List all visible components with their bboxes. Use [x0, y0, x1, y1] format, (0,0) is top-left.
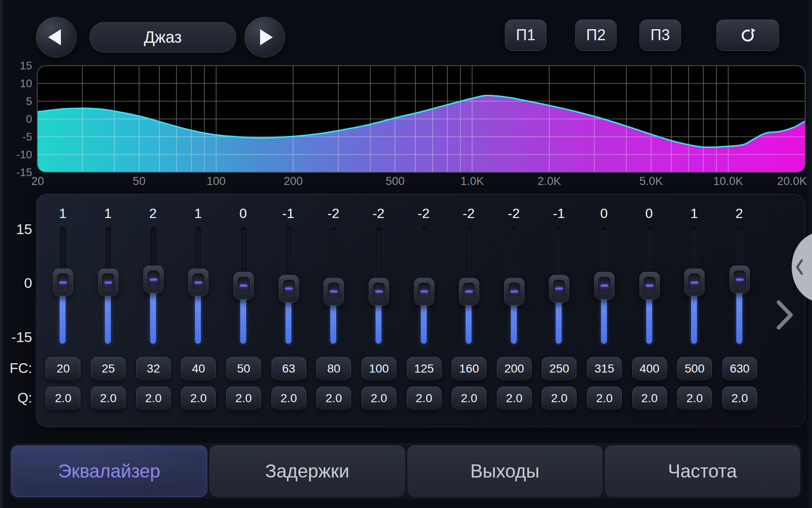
band-fc-button[interactable]: 25: [91, 357, 126, 381]
x-axis-tick-label: 5.0K: [639, 175, 663, 188]
band-slider-thumb[interactable]: [279, 275, 299, 303]
band-q-button[interactable]: 2.0: [316, 387, 351, 410]
band-fc-button[interactable]: 200: [497, 357, 532, 381]
next-bands-button[interactable]: [774, 299, 795, 331]
tab-delays[interactable]: Задержки: [209, 445, 405, 497]
slider-thumb-inner: [553, 280, 565, 298]
band-fc-button[interactable]: 160: [452, 357, 486, 381]
band-fc-button[interactable]: 315: [587, 357, 622, 381]
band-slider-thumb[interactable]: [233, 272, 254, 300]
band-gain-value: 2: [135, 206, 171, 221]
band-q-button[interactable]: 2.0: [722, 387, 757, 410]
band-gain-value: 0: [586, 206, 622, 221]
band-fc-button[interactable]: 500: [677, 357, 712, 381]
band-fc-button[interactable]: 125: [407, 357, 442, 381]
band-fc-button[interactable]: 20: [46, 357, 80, 381]
band-slider-thumb[interactable]: [504, 278, 524, 306]
band-q-button[interactable]: 2.0: [452, 387, 486, 410]
fc-row-label: FC:: [0, 360, 32, 376]
tab-frequency[interactable]: Частота: [605, 445, 800, 497]
tab-outputs-label: Выходы: [470, 461, 539, 482]
slider-thumb-inner: [598, 277, 610, 295]
band-q-button[interactable]: 2.0: [91, 387, 126, 410]
band-slider-thumb[interactable]: [98, 268, 118, 296]
memory-button-p3[interactable]: П3: [639, 19, 681, 51]
memory-button-p2[interactable]: П2: [575, 19, 617, 51]
preset-prev-button[interactable]: [36, 17, 77, 58]
band-slider-thumb[interactable]: [594, 272, 614, 300]
preset-next-button[interactable]: [244, 17, 285, 58]
band-fc-button[interactable]: 100: [362, 357, 396, 381]
band-gain-value: 0: [225, 206, 261, 221]
band-q-button[interactable]: 2.0: [677, 387, 712, 410]
band-fc-button[interactable]: 50: [226, 357, 261, 381]
tab-equalizer-label: Эквалайзер: [58, 461, 160, 482]
band-slider-thumb[interactable]: [549, 275, 569, 303]
band-slider-thumb[interactable]: [188, 268, 208, 296]
band-gain-value: -1: [541, 206, 576, 221]
band-q-button[interactable]: 2.0: [407, 387, 442, 410]
left-triangle-icon: [48, 29, 61, 45]
slider-thumb-dash: [195, 282, 202, 284]
band-slider-thumb[interactable]: [53, 268, 73, 296]
band-q-button[interactable]: 2.0: [226, 387, 261, 410]
band-q-button[interactable]: 2.0: [362, 387, 396, 410]
band-gain-value: 1: [180, 206, 216, 221]
band-q-button[interactable]: 2.0: [542, 387, 576, 410]
band-q-button[interactable]: 2.0: [272, 387, 306, 410]
band-fc-button[interactable]: 400: [632, 357, 667, 381]
band-q-button[interactable]: 2.0: [46, 387, 80, 410]
slider-thumb-dash: [691, 282, 698, 284]
slider-thumb-dash: [465, 290, 473, 293]
slider-thumb-inner: [689, 273, 700, 291]
x-axis-tick-label: 1.0K: [461, 175, 484, 188]
band-q-button[interactable]: 2.0: [136, 387, 171, 410]
band-fc-button[interactable]: 63: [272, 357, 306, 381]
band-q-button[interactable]: 2.0: [497, 387, 532, 410]
slider-thumb-inner: [463, 283, 475, 301]
slider-thumb-inner: [644, 277, 656, 295]
band-slider-thumb[interactable]: [414, 278, 434, 306]
band-slider-thumb[interactable]: [324, 278, 344, 306]
slider-scale-zero-label: 0: [0, 275, 32, 291]
drawer-handle[interactable]: [787, 234, 812, 301]
tab-frequency-label: Частота: [668, 461, 737, 482]
y-axis-tick-label: -5: [22, 130, 32, 143]
band-gain-value: -2: [496, 206, 532, 221]
x-axis-tick-label: 2.0K: [538, 175, 561, 188]
band-gain-value: 2: [721, 206, 757, 221]
band-fc-button[interactable]: 32: [136, 357, 171, 381]
slider-thumb-inner: [328, 283, 340, 301]
tab-outputs[interactable]: Выходы: [407, 445, 603, 497]
slider-thumb-inner: [192, 273, 204, 291]
band-slider-thumb[interactable]: [369, 278, 389, 306]
band-fc-button[interactable]: 40: [181, 357, 216, 381]
band-fc-button[interactable]: 250: [542, 357, 576, 381]
band-slider-thumb[interactable]: [730, 265, 750, 293]
band-gain-value: 1: [676, 206, 712, 221]
memory-button-p1[interactable]: П1: [505, 19, 546, 51]
slider-thumb-inner: [373, 283, 385, 301]
slider-thumb-dash: [510, 290, 518, 293]
band-fc-button[interactable]: 80: [316, 357, 351, 381]
y-axis-tick-label: -10: [16, 148, 32, 161]
band-slider-thumb[interactable]: [639, 272, 660, 300]
band-q-button[interactable]: 2.0: [181, 387, 216, 410]
band-gain-value: -2: [315, 206, 351, 221]
band-slider-thumb[interactable]: [459, 278, 479, 306]
band-slider-thumb[interactable]: [143, 265, 164, 293]
band-q-button[interactable]: 2.0: [632, 387, 667, 410]
tab-equalizer[interactable]: Эквалайзер: [11, 445, 207, 497]
band-fc-button[interactable]: 630: [722, 357, 757, 381]
y-axis-tick-label: 15: [20, 61, 32, 72]
memory-button-p1-label: П1: [516, 26, 535, 44]
band-slider-thumb[interactable]: [684, 268, 705, 296]
reset-button[interactable]: [716, 19, 779, 51]
slider-thumb-dash: [555, 287, 563, 290]
preset-name-display[interactable]: Джаз: [90, 22, 236, 52]
band-q-button[interactable]: 2.0: [587, 387, 622, 410]
band-gain-value: 0: [631, 206, 667, 221]
right-triangle-icon: [260, 29, 273, 45]
chevron-right-icon: [779, 302, 791, 328]
slider-thumb-dash: [59, 282, 67, 284]
